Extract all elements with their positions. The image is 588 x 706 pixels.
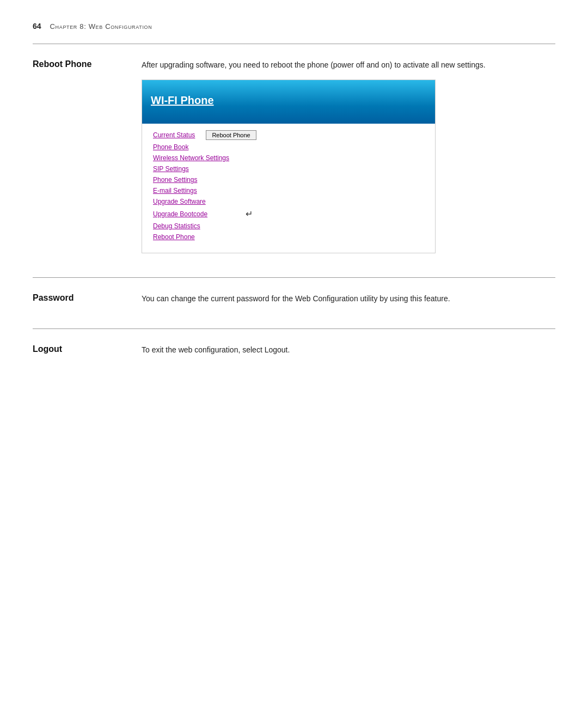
section-logout: Logout To exit the web configuration, se… bbox=[33, 328, 555, 380]
nav-link-debug-statistics[interactable]: Debug Statistics bbox=[153, 222, 200, 230]
page-number: 64 bbox=[33, 22, 41, 31]
nav-item-phone-settings: Phone Settings bbox=[153, 176, 424, 184]
section-content-logout: To exit the web configuration, select Lo… bbox=[142, 344, 555, 364]
section-password: Password You can change the current pass… bbox=[33, 277, 555, 328]
nav-item-sip-settings: SIP Settings bbox=[153, 165, 424, 173]
wifi-phone-title: WI-FI Phone bbox=[151, 94, 214, 107]
section-content-reboot-phone: After upgrading software, you need to re… bbox=[142, 59, 555, 262]
cursor-icon: ↵ bbox=[246, 209, 253, 219]
nav-link-email-settings[interactable]: E-mail Settings bbox=[153, 187, 197, 194]
section-reboot-phone: Reboot Phone After upgrading software, y… bbox=[33, 44, 555, 277]
section-label-password: Password bbox=[33, 293, 142, 313]
wifi-phone-widget: WI-FI Phone Current Status Reboot Phone … bbox=[142, 80, 436, 253]
nav-link-upgrade-software[interactable]: Upgrade Software bbox=[153, 198, 206, 205]
chapter-title: Chapter 8: Web Configuration bbox=[50, 22, 152, 31]
logout-description: To exit the web configuration, select Lo… bbox=[142, 344, 555, 356]
password-description: You can change the current password for … bbox=[142, 293, 555, 305]
nav-item-debug-statistics: Debug Statistics bbox=[153, 222, 424, 230]
reboot-phone-button[interactable]: Reboot Phone bbox=[206, 130, 256, 140]
nav-link-upgrade-bootcode[interactable]: Upgrade Bootcode bbox=[153, 210, 207, 218]
nav-link-phone-settings[interactable]: Phone Settings bbox=[153, 176, 197, 184]
wifi-phone-header: WI-FI Phone bbox=[142, 80, 435, 124]
nav-link-wireless-network[interactable]: Wireless Network Settings bbox=[153, 154, 229, 162]
nav-item-phone-book: Phone Book bbox=[153, 143, 424, 151]
wifi-nav-list: Current Status Reboot Phone Phone Book W… bbox=[153, 130, 424, 241]
section-label-logout: Logout bbox=[33, 344, 142, 364]
nav-link-sip-settings[interactable]: SIP Settings bbox=[153, 165, 189, 173]
nav-item-upgrade-bootcode: Upgrade Bootcode ↵ bbox=[153, 209, 424, 219]
page-header: 64 Chapter 8: Web Configuration bbox=[33, 22, 555, 31]
nav-link-reboot-phone[interactable]: Reboot Phone bbox=[153, 233, 195, 241]
wifi-phone-body: Current Status Reboot Phone Phone Book W… bbox=[142, 124, 435, 253]
nav-item-upgrade-software: Upgrade Software bbox=[153, 198, 424, 205]
nav-item-current-status: Current Status Reboot Phone bbox=[153, 130, 424, 140]
nav-item-reboot-phone-link: Reboot Phone bbox=[153, 233, 424, 241]
nav-item-wireless-network: Wireless Network Settings bbox=[153, 154, 424, 162]
nav-link-phone-book[interactable]: Phone Book bbox=[153, 143, 188, 151]
section-content-password: You can change the current password for … bbox=[142, 293, 555, 313]
reboot-phone-description: After upgrading software, you need to re… bbox=[142, 59, 555, 71]
nav-item-email-settings: E-mail Settings bbox=[153, 187, 424, 194]
section-label-reboot-phone: Reboot Phone bbox=[33, 59, 142, 262]
nav-link-current-status[interactable]: Current Status bbox=[153, 131, 195, 139]
